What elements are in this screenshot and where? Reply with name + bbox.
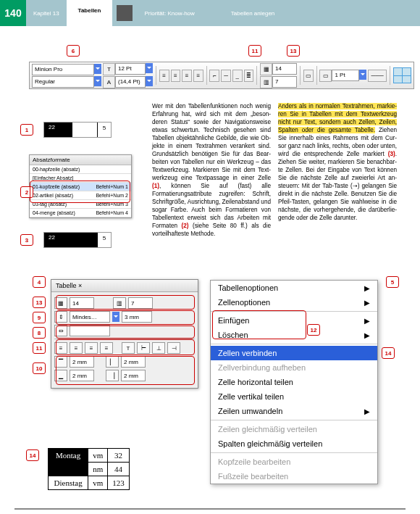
leading-field[interactable]: (14,4 Pt) — [115, 76, 146, 88]
align-right-icon[interactable]: ≡ — [182, 70, 192, 82]
topic-label: Tabellen anlegen — [224, 10, 282, 17]
rows-field[interactable]: 14 — [272, 63, 297, 75]
inset-right[interactable]: 2 mm — [121, 370, 146, 381]
active-tab: Tabellen — [67, 0, 113, 26]
paragraph-styles-panel: Absatzformate 00-hapfzeile (absatz) [Ein… — [29, 154, 132, 218]
menu-split-horiz[interactable]: Zelle horizontal teilen — [211, 375, 377, 389]
style-row[interactable]: 04-menge (absatz)Befehl+Num 4 — [30, 209, 131, 217]
menu-cell-options[interactable]: Zellenoptionen▶ — [211, 295, 377, 310]
callout-9: 9 — [33, 312, 46, 323]
options-bar: Minion Pro Regular T12 Pt A(14,4 Pt) ≡ ≡… — [29, 62, 414, 89]
inset-right-icon: ▕ — [106, 370, 119, 381]
dropdown-icon[interactable] — [359, 70, 366, 80]
menu-table-options[interactable]: Tabellenoptionen▶ — [211, 281, 377, 295]
merge-cells-icon[interactable]: ▭ — [303, 70, 314, 82]
table-preview-icon[interactable] — [393, 67, 411, 83]
font-size-icon: T — [103, 63, 115, 75]
callout-5: 5 — [386, 276, 399, 288]
page-number: 140 — [0, 0, 26, 26]
cell: Montag — [49, 449, 88, 463]
align-left-icon[interactable]: ≡ — [159, 70, 169, 82]
align-center-icon[interactable]: ≡ — [171, 70, 181, 82]
stroke-weight-field[interactable]: 1 Pt — [332, 70, 359, 81]
text-rotate-270-icon[interactable]: ⊣ — [167, 342, 180, 354]
col-width-field[interactable] — [70, 325, 110, 336]
font-family-field[interactable]: Minion Pro — [32, 64, 94, 75]
menu-split-vert[interactable]: Zelle vertikal teilen — [211, 389, 377, 404]
cell-selected: 22 — [44, 233, 72, 247]
menu-edit-header: Kopfzeile bearbeiten — [211, 455, 377, 469]
valign-justify-icon[interactable]: ≣ — [244, 70, 254, 82]
align-right-icon[interactable]: ≡ — [85, 342, 98, 354]
menu-dist-rows: Zeilen gleichmäßig verteilen — [211, 422, 377, 436]
table-panel: Tabelle × ▦ 14 ▥ 7 ⇕ Mindes… 3 mm ⇔ ≡ ≡ … — [51, 279, 198, 389]
style-row[interactable]: 03-tag (absatz)Befehl+Num 3 — [30, 200, 131, 209]
align-left-icon[interactable]: ≡ — [54, 342, 67, 354]
inset-top[interactable]: 2 mm — [70, 356, 94, 368]
menu-convert-rows[interactable]: Zeilen umwandeln▶ — [211, 404, 377, 418]
style-row[interactable]: [Einfacher Absatz] — [30, 174, 131, 183]
inset-top-icon: ▔ — [54, 356, 67, 368]
table-context-menu: Tabellenoptionen▶ Zellenoptionen▶ Einfüg… — [210, 280, 378, 484]
dropdown-icon[interactable] — [94, 64, 101, 74]
callout-13: 13 — [287, 45, 300, 57]
align-justify-icon[interactable]: ≡ — [100, 342, 113, 354]
row-height-icon: ⇕ — [54, 311, 67, 323]
inset-bottom[interactable]: 2 mm — [70, 370, 94, 381]
callout-11: 11 — [248, 45, 261, 57]
cell-right: 5 — [97, 233, 111, 247]
cols-icon: ▥ — [113, 297, 126, 309]
submenu-arrow-icon: ▶ — [364, 284, 370, 292]
menu-merge-cells[interactable]: Zellen verbinden — [211, 346, 377, 360]
submenu-arrow-icon: ▶ — [364, 331, 370, 339]
text-rotate-180-icon[interactable]: ⊥ — [152, 342, 165, 354]
inset-left[interactable]: 2 mm — [121, 356, 146, 368]
callout-13b: 13 — [33, 297, 46, 308]
dropdown-icon[interactable] — [94, 76, 101, 86]
stroke-style-field[interactable]: ─── — [368, 70, 386, 82]
leading-icon: A — [103, 76, 115, 88]
style-header: 00-hapfzeile (absatz) — [30, 165, 131, 174]
dropdown-icon[interactable] — [112, 312, 119, 322]
text-rotate-90-icon[interactable]: ⊢ — [137, 342, 150, 354]
valign-top-icon[interactable]: ⌐ — [209, 70, 219, 82]
callout-8: 8 — [33, 327, 46, 339]
cols-icon: ▥ — [260, 76, 272, 88]
menu-dist-cols[interactable]: Spalten gleichmäßig verteilen — [211, 436, 377, 451]
cell: Dienstag — [49, 476, 88, 490]
submenu-arrow-icon: ▶ — [364, 407, 370, 415]
menu-delete[interactable]: Löschen▶ — [211, 328, 377, 342]
style-row[interactable]: 02-artikel (absatz)Befehl+Num 2 — [30, 191, 131, 200]
rows-field[interactable]: 14 — [70, 297, 94, 309]
col-width-icon: ⇔ — [54, 325, 67, 336]
font-weight-field[interactable]: Regular — [32, 76, 94, 88]
panel-tab[interactable]: Tabelle × — [51, 280, 198, 292]
dropdown-icon[interactable] — [146, 76, 153, 86]
style-row-selected[interactable]: 01-kopfzeile (absatz)Befehl+Num 1 — [30, 183, 131, 191]
align-center-icon[interactable]: ≡ — [70, 342, 83, 354]
callout-14: 14 — [26, 449, 39, 461]
min-height-mode[interactable]: Mindes… — [70, 311, 110, 323]
priority-label: Priorität: Know-how — [137, 10, 201, 17]
text-rotate-0-icon[interactable]: T — [122, 342, 135, 354]
rows-icon: ▦ — [260, 63, 272, 75]
cell-selected: 22 — [44, 123, 72, 137]
align-justify-icon[interactable]: ≡ — [193, 70, 203, 82]
footer-rule — [14, 508, 406, 510]
cols-field[interactable]: 7 — [272, 76, 297, 88]
mini-table-1: 22 5 — [43, 122, 112, 138]
valign-bottom-icon[interactable]: _ — [232, 70, 243, 82]
callout-12: 12 — [307, 324, 320, 336]
submenu-arrow-icon: ▶ — [364, 299, 370, 307]
menu-insert[interactable]: Einfügen▶ — [211, 313, 377, 328]
cols-field[interactable]: 7 — [128, 297, 153, 309]
min-height-field[interactable]: 3 mm — [122, 311, 152, 323]
rows-icon: ▦ — [54, 297, 67, 309]
valign-middle-icon[interactable]: ─ — [221, 70, 231, 82]
body-text-col1: Wer mit den Tabellenfunktionen noch weni… — [152, 102, 271, 238]
page-header: 140 Kapitel 13 Tabellen Priorität: Know-… — [0, 0, 420, 26]
font-size-field[interactable]: 12 Pt — [115, 63, 146, 75]
dropdown-icon[interactable] — [146, 63, 153, 73]
chapter-label: Kapitel 13 — [26, 10, 67, 17]
callout-3: 3 — [20, 234, 33, 246]
